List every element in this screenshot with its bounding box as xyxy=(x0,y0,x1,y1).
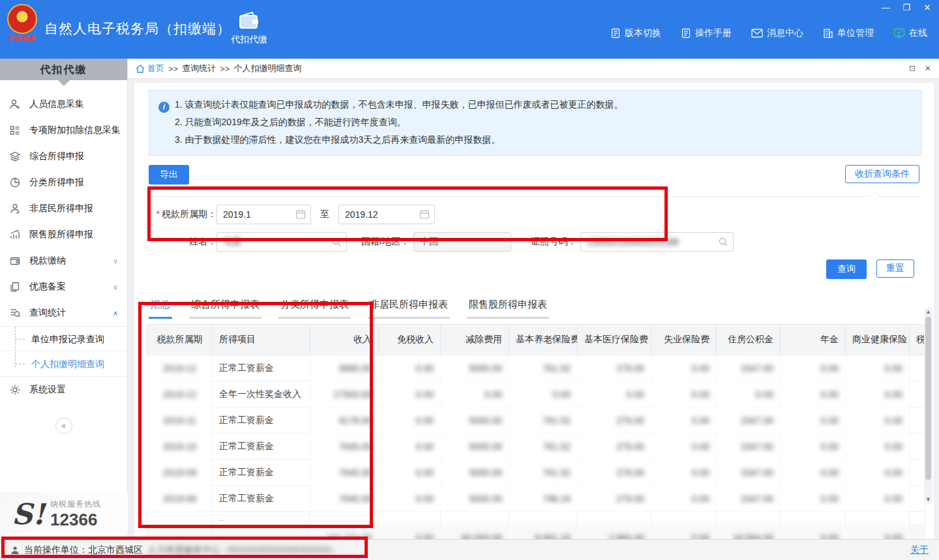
cell: 0.00 xyxy=(846,381,910,407)
panel-restore-icon[interactable]: ⊡ xyxy=(909,64,916,73)
calendar-icon[interactable] xyxy=(419,209,430,220)
tab-2[interactable]: 综合所得申报表 xyxy=(189,299,261,319)
breadcrumb-node-1[interactable]: 查询统计 xyxy=(182,63,216,74)
cell: 0.00 xyxy=(846,434,910,460)
search-icon[interactable] xyxy=(718,237,728,247)
column-header-4: 免税收入 xyxy=(379,325,441,355)
tab-4[interactable]: 非居民所得申报表 xyxy=(368,299,450,319)
cell xyxy=(310,512,379,525)
column-header-7: 基本医疗保险费 xyxy=(578,325,651,355)
cell: 0.00 xyxy=(578,381,651,407)
breadcrumb-separator: >> xyxy=(168,64,178,74)
cell xyxy=(379,512,441,525)
scroll-down-icon[interactable]: ▼ xyxy=(924,496,932,503)
wallet-icon xyxy=(238,10,260,31)
vscroll-thumb[interactable] xyxy=(925,317,931,480)
vertical-scrollbar[interactable]: ▲ ▼ xyxy=(924,308,932,503)
table-row[interactable]: 2019-12全年一次性奖金收入27500.000.000.000.000.00… xyxy=(147,381,925,407)
doc-icon xyxy=(610,28,621,38)
module-tab-daikoudaijiao[interactable]: 代扣代缴 xyxy=(230,10,269,46)
pie-chart-icon xyxy=(9,177,21,188)
cell xyxy=(910,512,925,525)
cell: 全年一次性奖金收入 xyxy=(213,381,310,407)
sidebar-item-1[interactable]: 人员信息采集 xyxy=(0,91,127,117)
table-row[interactable]: 2019-12正常工资薪金9985.000.005000.00761.52279… xyxy=(147,355,925,381)
column-header-9: 住房公积金 xyxy=(717,325,781,355)
breadcrumb-home[interactable]: 首页 xyxy=(136,63,164,74)
query-form: 税款所属期： 至 姓名： xyxy=(149,205,919,252)
cell: 1547.00 xyxy=(717,434,781,460)
column-header-1: 税款所属期 xyxy=(147,325,213,355)
name-input[interactable] xyxy=(216,232,347,252)
breadcrumb-node-2: 个人扣缴明细查询 xyxy=(233,63,301,74)
user-icon xyxy=(10,546,20,555)
id-label: 证照号码： xyxy=(526,236,576,248)
to-label: 至 xyxy=(320,209,329,220)
panel-close-icon[interactable]: ✕ xyxy=(925,64,931,73)
reset-button[interactable]: 重置 xyxy=(876,259,914,278)
sidebar-item-8[interactable]: 优惠备案∨ xyxy=(0,274,127,300)
tab-3[interactable]: 分类所得申报表 xyxy=(278,299,351,319)
cell: 0.00 xyxy=(781,381,846,407)
cell xyxy=(781,512,846,525)
column-header-8: 失业保险费 xyxy=(651,325,717,355)
sidebar-item-4[interactable]: 分类所得申报 xyxy=(0,169,127,196)
toolbar: 导出 收折查询条件 xyxy=(149,165,919,197)
search-icon[interactable] xyxy=(331,237,342,247)
appmenu-item-1[interactable]: 版本切换 xyxy=(610,27,661,39)
close-icon[interactable]: ✕ xyxy=(922,3,932,13)
collapse-query-button[interactable]: 收折查询条件 xyxy=(845,165,919,183)
notice-line-3: 3. 由于数据处理的滞后性，建议您在申报成功3天之后再来查询最新的申报数据。 xyxy=(158,131,912,149)
cell xyxy=(147,512,213,525)
cell: 正常工资薪金 xyxy=(213,486,310,512)
appmenu-item-5[interactable]: 在线 xyxy=(893,27,927,39)
status-bar: 当前操作单位：北京市西城区 人力资源服务中心（91110102XXXXXXXXX… xyxy=(0,539,939,560)
sidebar-item-91[interactable]: 系统设置 xyxy=(0,377,127,403)
tab-5[interactable]: 限售股所得申报表 xyxy=(467,299,549,319)
cell xyxy=(910,407,925,434)
gear-icon xyxy=(9,384,21,396)
table-row[interactable]: 2019-08正常工资薪金7645.000.005000.00798.24279… xyxy=(147,486,925,512)
table-row[interactable]: 2019-09正常工资薪金7645.000.005000.00761.52279… xyxy=(147,460,925,486)
query-button[interactable]: 查询 xyxy=(826,259,867,279)
restore-icon[interactable]: ❐ xyxy=(901,3,912,13)
cell: 279.00 xyxy=(578,460,651,486)
sidebar-item-2[interactable]: 专项附加扣除信息采集 xyxy=(0,117,127,143)
copy-icon xyxy=(9,281,21,293)
cell: 7645.00 xyxy=(310,486,379,512)
column-header-10: 年金 xyxy=(781,325,846,355)
period-to-input[interactable] xyxy=(338,205,435,224)
home-icon xyxy=(136,65,145,73)
sidebar-subitem-2[interactable]: 个人扣缴明细查询 xyxy=(0,351,127,376)
sidebar-item-3[interactable]: 综合所得申报 xyxy=(0,143,127,169)
cell: 0.00 xyxy=(846,486,910,512)
table-row[interactable]: .. xyxy=(147,512,925,525)
about-link[interactable]: 关于 xyxy=(910,544,929,556)
cell xyxy=(578,512,651,525)
sidebar-item-5[interactable]: 非居民所得申报 xyxy=(0,196,127,222)
id-number-input[interactable] xyxy=(580,232,734,252)
scroll-up-icon[interactable]: ▲ xyxy=(924,308,932,315)
table-row[interactable]: 2019-11正常工资薪金9178.000.005000.00761.52279… xyxy=(147,407,925,434)
sidebar-item-6[interactable]: 限售股所得申报 xyxy=(0,222,127,248)
cell: 0.00 xyxy=(651,355,717,381)
tab-1[interactable]: 汇总 xyxy=(149,299,172,319)
sidebar-collapse-button[interactable]: « xyxy=(55,417,72,434)
sidebar-item-7[interactable]: 税款缴纳∨ xyxy=(0,248,127,274)
cell xyxy=(910,381,925,407)
cell: .. xyxy=(213,512,310,525)
appmenu-item-4[interactable]: 单位管理 xyxy=(823,27,874,39)
minimize-icon[interactable]: — xyxy=(880,3,891,13)
calendar-icon[interactable] xyxy=(295,209,306,220)
export-button[interactable]: 导出 xyxy=(149,165,189,184)
chevron-down-icon: ∨ xyxy=(113,257,118,265)
appmenu-item-3[interactable]: 消息中心 xyxy=(751,27,803,39)
period-from-input[interactable] xyxy=(216,205,311,224)
nationality-label: 国籍/地区： xyxy=(361,236,410,248)
cell xyxy=(441,512,509,525)
sidebar-item-9[interactable]: 查询统计∧ xyxy=(0,300,127,326)
sidebar-subitem-1[interactable]: 单位申报记录查询 xyxy=(0,327,127,351)
search-list-icon xyxy=(9,307,21,319)
table-row[interactable]: 2019-10正常工资薪金7645.000.005000.00761.52279… xyxy=(147,434,925,460)
appmenu-item-2[interactable]: 操作手册 xyxy=(681,27,732,39)
